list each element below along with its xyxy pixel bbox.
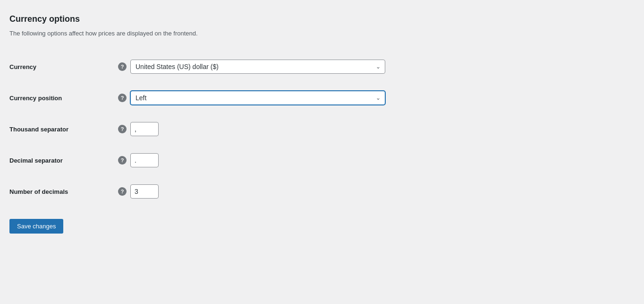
currency-row: Currency ? United States (US) dollar ($)… [9,51,434,82]
save-changes-button[interactable]: Save changes [9,219,63,234]
number-of-decimals-input[interactable] [130,184,159,199]
number-of-decimals-help-icon[interactable]: ? [118,187,127,196]
page-container: Currency options The following options a… [9,14,434,234]
decimal-separator-help-icon[interactable]: ? [118,156,127,165]
page-description: The following options affect how prices … [9,30,434,37]
decimal-separator-label: Decimal separator [9,157,118,164]
currency-help-icon[interactable]: ? [118,62,127,71]
currency-select-wrapper: United States (US) dollar ($) Euro (€) P… [130,60,385,74]
decimal-separator-row: Decimal separator ? [9,145,434,176]
page-title: Currency options [9,14,434,24]
currency-select[interactable]: United States (US) dollar ($) Euro (€) P… [130,60,385,74]
thousand-separator-help-icon[interactable]: ? [118,125,127,133]
number-of-decimals-control: ? [118,184,434,199]
thousand-separator-control: ? [118,122,434,136]
decimal-separator-input[interactable] [130,153,159,167]
thousand-separator-input[interactable] [130,122,159,136]
thousand-separator-label: Thousand separator [9,126,118,133]
number-of-decimals-row: Number of decimals ? [9,176,434,207]
currency-position-help-icon[interactable]: ? [118,94,127,102]
thousand-separator-row: Thousand separator ? [9,113,434,145]
currency-position-label: Currency position [9,95,118,102]
currency-position-row: Currency position ? Left Right Left with… [9,82,434,113]
currency-position-select[interactable]: Left Right Left with space Right with sp… [130,91,385,105]
currency-position-control: ? Left Right Left with space Right with … [118,91,434,105]
currency-control: ? United States (US) dollar ($) Euro (€)… [118,60,434,74]
number-of-decimals-label: Number of decimals [9,188,118,195]
currency-label: Currency [9,63,118,70]
currency-position-select-wrapper: Left Right Left with space Right with sp… [130,91,385,105]
decimal-separator-control: ? [118,153,434,167]
